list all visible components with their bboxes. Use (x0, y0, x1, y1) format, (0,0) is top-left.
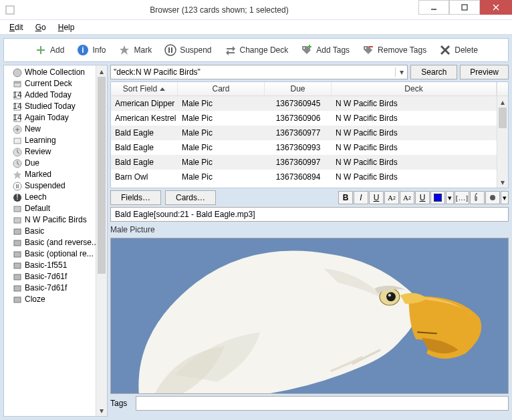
sidebar-item-label: Basic (25, 226, 44, 237)
svg-point-50 (490, 195, 495, 200)
sidebar-item-label: Current Deck (25, 78, 72, 89)
info-button[interactable]: i Info (76, 43, 106, 57)
more-dropdown-button[interactable]: ▾ (501, 191, 509, 204)
fields-button[interactable]: Fields… (110, 190, 161, 205)
sidebar-item[interactable]: Basic (and reverse... (4, 237, 107, 248)
svg-marker-9 (120, 45, 129, 55)
record-button[interactable] (485, 191, 500, 204)
tags-label: Tags (110, 399, 132, 408)
sidebar-item-label: Default (25, 203, 50, 214)
bold-button[interactable]: B (338, 191, 353, 204)
suspend-button[interactable]: Suspend (164, 43, 211, 57)
sidebar-item-label: Basic-1f551 (25, 260, 67, 271)
cloze-button[interactable]: […] (455, 191, 469, 204)
sidebar-item[interactable]: Review (4, 146, 107, 158)
color-button[interactable] (430, 191, 445, 204)
tags-input[interactable] (136, 396, 509, 411)
filter-sidebar: Whole CollectionCurrent Deck14Added Toda… (3, 65, 108, 417)
delete-button[interactable]: Delete (438, 43, 478, 57)
sidebar-item[interactable]: Basic (4, 226, 107, 237)
chevron-down-icon[interactable]: ▾ (395, 67, 407, 77)
menu-help[interactable]: Help (53, 21, 80, 33)
col-sort-field[interactable]: Sort Field (111, 82, 178, 95)
sidebar-item[interactable]: Current Deck (4, 78, 107, 89)
clear-format-button[interactable]: U (415, 191, 430, 204)
menu-edit[interactable]: Edit (4, 21, 29, 33)
sidebar-item[interactable]: Learning (4, 135, 107, 146)
color-dropdown-button[interactable]: ▾ (446, 191, 454, 204)
table-row[interactable]: Bald EagleMale Pic1367360993N W Pacific … (111, 140, 497, 155)
mark-button[interactable]: Mark (118, 43, 152, 57)
sidebar-item[interactable]: !Leech (4, 192, 107, 203)
sidebar-item[interactable]: Suspended (4, 180, 107, 192)
sidebar-item-icon (12, 181, 22, 191)
sidebar-item[interactable]: Whole Collection (4, 67, 107, 78)
window-close-button[interactable] (480, 0, 512, 15)
sidebar-item-icon: 14 (12, 101, 22, 112)
svg-rect-0 (6, 6, 14, 14)
sidebar-item-icon (12, 238, 22, 248)
sidebar-item[interactable]: N W Pacific Birds (4, 214, 107, 226)
scroll-up-icon[interactable]: ▴ (96, 65, 107, 77)
sidebar-item[interactable]: 14Studied Today (4, 101, 107, 112)
add-button[interactable]: Add (34, 43, 64, 57)
front-field[interactable]: Bald Eagle[sound:21 - Bald Eagle.mp3] (110, 207, 509, 222)
add-tags-button[interactable]: Add Tags (300, 43, 350, 57)
sidebar-item-label: Due (25, 158, 39, 169)
table-row[interactable]: American KestrelMale Pic1367360906N W Pa… (111, 111, 497, 126)
scroll-up-icon[interactable]: ▴ (497, 96, 508, 108)
sidebar-item[interactable]: 14Again Today (4, 112, 107, 124)
table-row[interactable]: Barn OwlMale Pic1367360894N W Pacific Bi… (111, 170, 497, 184)
sidebar-item[interactable]: Default (4, 203, 107, 214)
menu-go[interactable]: Go (30, 21, 51, 33)
sidebar-item[interactable]: Basic-7d61f (4, 271, 107, 282)
svg-rect-38 (17, 184, 19, 188)
subscript-button[interactable]: A2 (400, 191, 414, 204)
scroll-down-icon[interactable]: ▾ (96, 405, 107, 416)
table-scrollbar[interactable]: ▴ ▾ (497, 82, 508, 188)
svg-rect-47 (14, 274, 21, 280)
table-row[interactable]: American DipperMale Pic1367360945N W Pac… (111, 96, 497, 111)
window-minimize-button[interactable] (418, 0, 449, 15)
table-row[interactable]: Bald EagleMale Pic1367360997N W Pacific … (111, 155, 497, 170)
col-deck[interactable]: Deck (332, 82, 497, 95)
italic-button[interactable]: I (354, 191, 368, 204)
svg-text:14: 14 (13, 91, 22, 99)
sidebar-item[interactable]: Cloze (4, 294, 107, 305)
attach-button[interactable] (470, 191, 485, 204)
sidebar-scrollbar[interactable]: ▴ ▾ (96, 65, 107, 416)
sidebar-item[interactable]: Basic (optional re... (4, 248, 107, 260)
sidebar-item[interactable]: Basic-1f551 (4, 260, 107, 271)
col-due[interactable]: Due (265, 82, 332, 95)
sidebar-item[interactable]: Marked (4, 169, 107, 180)
window-maximize-button[interactable] (449, 0, 480, 15)
male-picture-field[interactable] (110, 238, 509, 394)
sidebar-item[interactable]: Due (4, 158, 107, 169)
swap-icon (224, 43, 237, 57)
sidebar-item[interactable]: Basic-7d61f (4, 282, 107, 294)
table-row[interactable]: Bald EagleMale Pic1367360977N W Pacific … (111, 126, 497, 140)
scroll-thumb[interactable] (98, 77, 106, 274)
cards-button[interactable]: Cards… (165, 190, 216, 205)
sidebar-item-icon (12, 249, 22, 259)
sidebar-item-icon (12, 158, 22, 168)
sidebar-item-icon (12, 147, 22, 157)
front-field-value: Bald Eagle[sound:21 - Bald Eagle.mp3] (115, 210, 255, 219)
sidebar-item-label: New (25, 124, 41, 135)
svg-rect-15 (307, 46, 311, 47)
sidebar-item[interactable]: New (4, 124, 107, 135)
sidebar-item[interactable]: 14Added Today (4, 89, 107, 101)
change-deck-button[interactable]: Change Deck (224, 43, 289, 57)
svg-point-16 (365, 47, 366, 49)
underline-button[interactable]: U (369, 191, 384, 204)
scroll-down-icon[interactable]: ▾ (497, 176, 508, 188)
superscript-button[interactable]: A2 (384, 191, 399, 204)
scroll-thumb[interactable] (499, 108, 507, 128)
search-button[interactable]: Search (410, 65, 457, 79)
search-combobox[interactable]: ▾ (110, 65, 408, 79)
remove-tags-button[interactable]: Remove Tags (362, 43, 426, 57)
cell-due: 1367360906 (265, 112, 332, 125)
col-card[interactable]: Card (178, 82, 265, 95)
preview-button[interactable]: Preview (460, 65, 509, 79)
search-input[interactable] (111, 67, 395, 77)
